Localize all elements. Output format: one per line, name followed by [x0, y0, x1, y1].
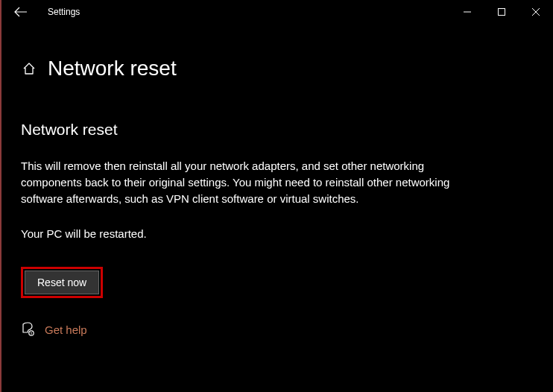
- help-row: ? Get help: [21, 322, 538, 337]
- minimize-button[interactable]: [450, 0, 484, 24]
- titlebar: Settings: [1, 0, 553, 24]
- help-icon: ?: [21, 322, 36, 337]
- restart-notice: Your PC will be restarted.: [21, 227, 538, 240]
- reset-button-highlight: Reset now: [21, 267, 103, 298]
- close-button[interactable]: [519, 0, 553, 24]
- arrow-left-icon: [14, 7, 28, 17]
- home-icon: [21, 60, 37, 77]
- page-header: Network reset: [21, 57, 538, 80]
- window-title: Settings: [48, 7, 80, 17]
- description-text: This will remove then reinstall all your…: [21, 158, 461, 206]
- close-icon: [532, 8, 540, 16]
- maximize-icon: [498, 8, 505, 16]
- back-button[interactable]: [7, 0, 34, 24]
- minimize-icon: [464, 8, 471, 16]
- maximize-button[interactable]: [484, 0, 519, 24]
- content-area: Network reset Network reset This will re…: [1, 24, 553, 337]
- reset-now-button[interactable]: Reset now: [25, 271, 99, 294]
- window-controls: [450, 0, 553, 24]
- svg-text:?: ?: [31, 332, 33, 336]
- titlebar-left: Settings: [7, 0, 80, 24]
- svg-rect-1: [499, 9, 505, 16]
- page-title: Network reset: [48, 57, 177, 80]
- section-title: Network reset: [21, 121, 538, 139]
- get-help-link[interactable]: Get help: [45, 323, 87, 336]
